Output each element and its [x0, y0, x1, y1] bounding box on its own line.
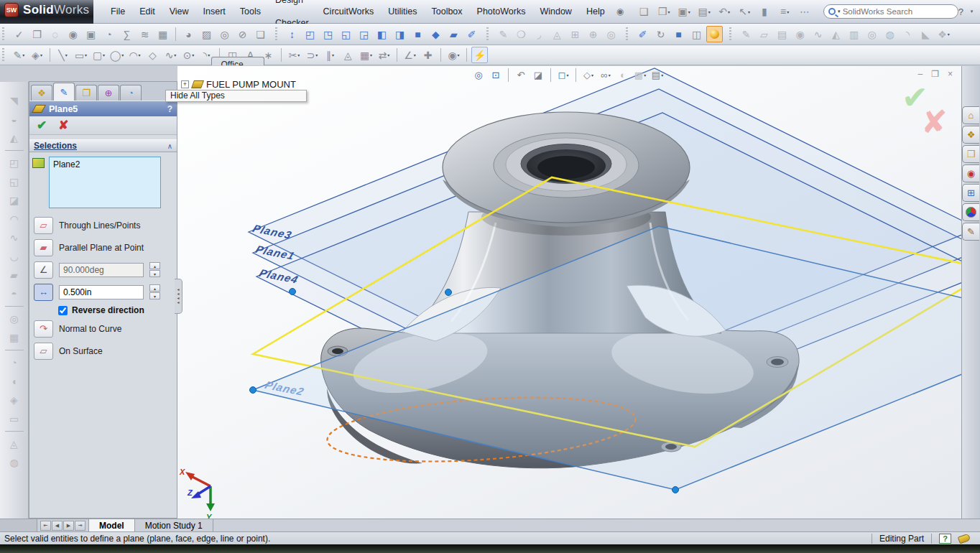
lofted-boss-icon[interactable]: ◭	[828, 26, 844, 42]
selection-list-item[interactable]: Plane2	[50, 157, 160, 172]
hide-show-items-icon[interactable]: ∞▾	[598, 68, 614, 82]
help-icon[interactable]: ?	[958, 6, 963, 17]
toolbar-grip[interactable]	[729, 27, 731, 42]
end-icon[interactable]: ⇥	[75, 521, 85, 531]
reference-axis-icon[interactable]: ↕	[284, 26, 300, 42]
top-view-icon[interactable]: ◧	[374, 26, 390, 42]
dropdown-arrow-icon[interactable]: ▾	[22, 52, 24, 57]
options-icon[interactable]: ≡▾	[776, 4, 793, 19]
dropdown-arrow-icon[interactable]: ▾	[370, 52, 372, 57]
datum-target-icon[interactable]: ◎	[603, 26, 619, 42]
revolved-surface-icon[interactable]: ◒	[5, 111, 24, 128]
instant3d-icon[interactable]: ◬	[340, 47, 356, 63]
zoom-area-icon[interactable]: ⊡	[488, 68, 504, 82]
open-icon[interactable]: ❒▾	[655, 4, 672, 19]
dropdown-arrow-icon[interactable]: ▾	[644, 73, 646, 78]
insert-bends-icon[interactable]: ◔	[5, 354, 24, 371]
left-view-icon[interactable]: ◱	[338, 26, 354, 42]
motion-manager-icon[interactable]: ↻	[652, 26, 669, 42]
dropdown-arrow-icon[interactable]: ▾	[708, 9, 711, 14]
trim-entities-icon[interactable]: ✂▾	[286, 47, 302, 63]
edge-flange-icon[interactable]: ◱	[5, 173, 24, 190]
rectangle-icon[interactable]: ▭▾	[73, 47, 89, 63]
back-view-icon[interactable]: ◳	[320, 26, 336, 42]
menu-insert[interactable]: Insert	[196, 0, 233, 23]
part-name[interactable]: FUEL PUMP MOUNT	[206, 79, 296, 90]
graphics-viewport[interactable]: X Y Z Plane3 Plane1 Plane4 Plane2 ◎⊡↶◪◻▾…	[177, 66, 961, 519]
collapse-chevron-icon[interactable]: ∧	[167, 142, 172, 150]
toolbar-grip[interactable]	[2, 27, 4, 42]
parallel-plane-icon[interactable]: ▰	[34, 239, 53, 256]
shell-icon[interactable]: ❖▾	[935, 26, 952, 42]
more-commands-icon[interactable]: ⋯	[796, 4, 813, 19]
apply-scene-icon[interactable]: ▩▾	[632, 68, 648, 82]
extruded-cut-icon[interactable]: ▥	[846, 26, 862, 42]
configurationmanager-tab-icon[interactable]: ❐	[75, 85, 97, 101]
tag-icon[interactable]	[958, 533, 971, 544]
bottom-view-icon[interactable]: ◨	[392, 26, 408, 42]
reverse-direction-checkbox[interactable]	[58, 306, 68, 315]
front-view-icon[interactable]: ◰	[302, 26, 318, 42]
design-table-icon[interactable]: ▦	[154, 26, 171, 42]
undo-icon[interactable]: ↶▾	[716, 4, 733, 19]
right-view-icon[interactable]: ◲	[356, 26, 372, 42]
offset-entities-icon[interactable]: ∥▾	[322, 47, 338, 63]
toolbar-grip[interactable]	[2, 48, 4, 62]
move-entities-icon[interactable]: ⇄▾	[376, 47, 392, 63]
through-lines-points-icon[interactable]: ▱	[34, 217, 53, 234]
select-icon[interactable]: ↖▾	[736, 4, 753, 19]
toolbar-grip[interactable]	[486, 27, 489, 42]
revolved-cut-icon[interactable]: ◍	[882, 26, 898, 42]
vent-icon[interactable]: ▦	[5, 329, 24, 346]
menu-tools[interactable]: Tools	[233, 0, 268, 23]
dropdown-arrow-icon[interactable]: ▾	[208, 52, 210, 57]
balloon-icon[interactable]: ❍	[513, 26, 530, 42]
linear-sketch-pattern-icon[interactable]: ▦▾	[358, 47, 374, 63]
extruded-boss-icon[interactable]: ▤	[774, 26, 790, 42]
dropdown-arrow-icon[interactable]: ▾	[297, 52, 300, 57]
edit-appearance-icon[interactable]: ◐	[615, 68, 631, 82]
menu-help[interactable]: Help	[579, 0, 612, 23]
chamfer-icon[interactable]: ◣	[917, 26, 934, 42]
spin-down-icon[interactable]: ▾	[149, 270, 160, 277]
geometric-tolerance-icon[interactable]: ⊞	[567, 26, 583, 42]
polygon-icon[interactable]: ◇	[144, 47, 161, 63]
angle-spinner[interactable]: ▴ ▾	[149, 262, 160, 277]
verification-icon[interactable]: ⊘	[234, 26, 251, 42]
flatten-icon[interactable]: ▭	[5, 410, 24, 427]
dropdown-arrow-icon[interactable]: ▾	[787, 9, 789, 14]
toolbox-icon[interactable]: ✐	[634, 26, 651, 42]
add-relation-icon[interactable]: ✚	[420, 47, 436, 63]
closed-corner-icon[interactable]: ▰	[5, 266, 24, 284]
spline-icon[interactable]: ∿▾	[162, 47, 179, 63]
model-canvas[interactable]: X Y Z	[177, 66, 961, 519]
search-dropdown-icon[interactable]: ▾	[838, 9, 841, 14]
circle-icon[interactable]: ◯▾	[108, 47, 125, 63]
through-lines-points-option[interactable]: ▱ Through Lines/Points	[29, 214, 177, 236]
search-box[interactable]: ▾	[823, 4, 958, 19]
draft-analysis-icon[interactable]: ◎	[216, 26, 233, 42]
dropdown-arrow-icon[interactable]: ▾	[414, 52, 416, 57]
dimxpertmanager-tab-icon[interactable]: ⊕	[98, 85, 119, 101]
feature-statistics-icon[interactable]: ◔	[101, 26, 117, 42]
panel-splitter-handle[interactable]: ◂◂◂◂	[175, 279, 182, 314]
dropdown-arrow-icon[interactable]: ▾	[688, 9, 690, 14]
menu-window[interactable]: Window	[532, 0, 578, 23]
dropdown-arrow-icon[interactable]: ▾	[591, 73, 593, 78]
view-orientation-icon[interactable]: ◻▾	[555, 68, 571, 82]
search-results-icon[interactable]: ◉	[962, 164, 979, 182]
menu-utilities[interactable]: Utilities	[381, 0, 424, 23]
view-cube-icon[interactable]: ■	[670, 26, 687, 42]
note-icon[interactable]: ✎	[495, 26, 512, 42]
mass-properties-icon[interactable]: ◉	[65, 26, 81, 42]
dropdown-arrow-icon[interactable]: ▾	[667, 9, 670, 14]
spin-down-icon[interactable]: ▾	[149, 292, 160, 299]
doc-close-button[interactable]: ×	[948, 69, 953, 79]
datum-feature-icon[interactable]: ⊕	[585, 26, 601, 42]
rapid-sketch-icon[interactable]: ⚡	[471, 47, 488, 63]
isometric-view-icon[interactable]: ■	[410, 26, 426, 42]
menu-toolbox[interactable]: Toolbox	[424, 0, 469, 23]
dropdown-arrow-icon[interactable]: ▾	[948, 32, 950, 37]
dropdown-arrow-icon[interactable]: ▾	[458, 52, 460, 57]
weld-symbol-icon[interactable]: ◬	[549, 26, 565, 42]
